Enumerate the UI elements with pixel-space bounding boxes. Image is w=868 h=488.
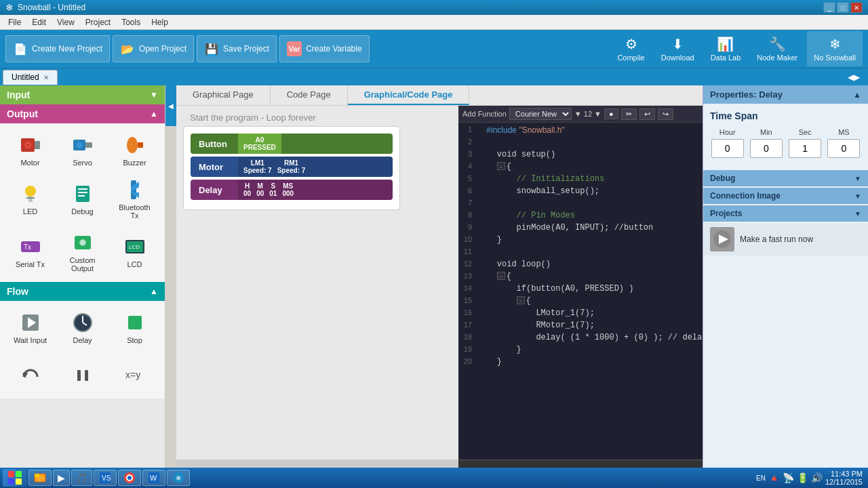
tab-close-icon[interactable]: ✕ (43, 74, 49, 81)
button-block[interactable]: Button A0 PRESSED (191, 134, 393, 154)
window-controls[interactable]: _ □ ✕ (823, 2, 863, 13)
projects-accordion[interactable]: Projects ▼ (703, 205, 868, 222)
taskbar-word[interactable]: W (142, 470, 165, 486)
sec-input[interactable] (789, 139, 821, 158)
ms-label: MS (283, 182, 293, 190)
debug-accordion[interactable]: Debug ▼ (703, 170, 868, 186)
font-select[interactable]: Courier New (509, 108, 572, 120)
tab-untitled[interactable]: Untitled ✕ (3, 70, 58, 85)
code-content[interactable]: 1 #include "Snowball.h" 2 3 void setup()… (458, 123, 703, 460)
open-project-button[interactable]: 📂 Open Project (113, 35, 194, 62)
flow-delay[interactable]: Delay (58, 306, 107, 348)
taskbar-chrome[interactable] (118, 470, 141, 486)
save-project-button[interactable]: 💾 Save Project (197, 35, 277, 62)
taskbar-app4[interactable]: VS (94, 470, 117, 486)
clock-date: 12/11/2015 (825, 478, 863, 486)
create-variable-button[interactable]: Var Create Variable (279, 35, 370, 62)
code-btn-1[interactable]: ● (604, 108, 618, 119)
start-button[interactable] (3, 469, 27, 487)
tab-graphical[interactable]: Graphical Page (176, 85, 271, 105)
ms-input[interactable] (827, 139, 860, 158)
page-tabs: Graphical Page Code Page Graphical/Code … (176, 85, 703, 106)
menu-edit[interactable]: Edit (26, 16, 52, 28)
hour-input[interactable] (711, 139, 744, 158)
props-arrow-icon[interactable]: ▲ (853, 90, 861, 100)
menu-tools[interactable]: Tools (116, 16, 146, 28)
compile-button[interactable]: ⚙ Compile (610, 31, 651, 66)
motor-block[interactable]: Motor LM1 Speed: 7 RM1 Speed: 7 (191, 157, 393, 177)
tray-icon3: 🔋 (797, 472, 808, 483)
flow-stop[interactable]: Stop (110, 306, 159, 348)
menu-file[interactable]: File (3, 16, 26, 28)
debug-accordion-label: Debug (710, 174, 735, 183)
datalab-button[interactable]: 📊 Data Lab (704, 31, 748, 66)
output-serial[interactable]: Tx Serial Tx (5, 226, 55, 277)
font-size-label: ▼ 12 ▼ (574, 110, 601, 118)
flow-pause[interactable] (58, 359, 107, 393)
maximize-button[interactable]: □ (837, 2, 849, 13)
output-bluetooth[interactable]: BluetoothTx (110, 174, 159, 224)
code-btn-undo[interactable]: ↩ (639, 108, 655, 120)
menu-project[interactable]: Project (80, 16, 116, 28)
download-button[interactable]: ⬇ Download (654, 31, 701, 66)
tab-code[interactable]: Code Page (271, 85, 348, 105)
code-line-9: 9 pinMode(A0, INPUT); //button (458, 223, 703, 235)
code-hscroll[interactable] (458, 460, 703, 468)
no-snowball-button[interactable]: ❄ No Snowball (807, 31, 863, 66)
close-button[interactable]: ✕ (850, 2, 863, 13)
taskbar: ▶ 🎵 VS W ❄ EN 🔺 📡 🔋 🔊 11:43 PM 12/11/201… (0, 468, 868, 488)
serial-icon: Tx (18, 235, 43, 259)
nodemaker-button[interactable]: 🔧 Node Maker (750, 31, 804, 66)
output-custom[interactable]: ⚙ CustomOutput (58, 226, 107, 277)
flow-undo[interactable] (5, 359, 55, 393)
code-line-5: 5 // Initializations (458, 174, 703, 186)
s-label: S (271, 182, 275, 190)
tab-graphical-code[interactable]: Graphical/Code Page (348, 85, 470, 105)
min-label: Min (760, 128, 772, 136)
output-debug[interactable]: Debug (58, 174, 107, 224)
open-label: Open Project (139, 44, 186, 54)
output-section-header[interactable]: Output ▲ (0, 104, 165, 123)
connection-accordion-label: Connection Image (710, 191, 781, 201)
code-btn-redo[interactable]: ↪ (658, 108, 673, 120)
flow-wait[interactable]: Wait Input (5, 306, 55, 348)
wait-icon (18, 310, 43, 335)
bluetooth-icon (123, 178, 147, 202)
svg-rect-41 (8, 479, 14, 485)
sec-label: Sec (799, 128, 812, 136)
min-input[interactable] (750, 139, 783, 158)
svg-text:W: W (150, 474, 157, 482)
sidebar-collapse-button[interactable]: ◀ (165, 85, 176, 126)
input-section-header[interactable]: Input ▼ (0, 85, 165, 104)
make-fast-label: Make a fast run now (740, 235, 813, 244)
connection-accordion[interactable]: Connection Image ▼ (703, 188, 868, 204)
output-buzzer[interactable]: Buzzer (110, 129, 159, 171)
graphical-hscroll[interactable] (176, 460, 458, 468)
create-new-button[interactable]: 📄 Create New Project (5, 35, 110, 62)
code-line-1: 1 #include "Snowball.h" (458, 125, 703, 138)
output-lcd[interactable]: LCD LCD (110, 226, 159, 277)
flow-equation[interactable]: x=y (110, 359, 159, 393)
minimize-button[interactable]: _ (823, 2, 835, 13)
graphical-panel[interactable]: Start the program - Loop forever Button … (176, 106, 458, 468)
debug-arrow-icon: ▼ (854, 175, 861, 182)
tab-label: Untitled (12, 73, 39, 82)
delay-block[interactable]: Delay H 00 M 00 S (191, 180, 393, 200)
make-fast-row[interactable]: Make a fast run now (703, 223, 868, 256)
output-led[interactable]: LED (5, 174, 55, 224)
delay-icon (71, 310, 95, 335)
ms-val: 000 (282, 190, 294, 197)
taskbar-app3[interactable]: 🎵 (71, 470, 92, 486)
expand-tabs-button[interactable]: ◀▶ (842, 73, 865, 82)
svg-rect-14 (78, 192, 87, 193)
output-servo[interactable]: Servo (58, 129, 107, 171)
taskbar-explorer[interactable] (28, 470, 52, 486)
taskbar-snowball[interactable]: ❄ (167, 470, 190, 486)
output-motor[interactable]: Motor (5, 129, 55, 171)
menu-view[interactable]: View (52, 16, 80, 28)
flow-section-header[interactable]: Flow ▲ (0, 282, 165, 301)
code-btn-edit[interactable]: ✏ (621, 108, 637, 120)
menu-help[interactable]: Help (146, 16, 174, 28)
ms-col: MS (827, 128, 861, 158)
taskbar-app2[interactable]: ▶ (53, 470, 70, 486)
